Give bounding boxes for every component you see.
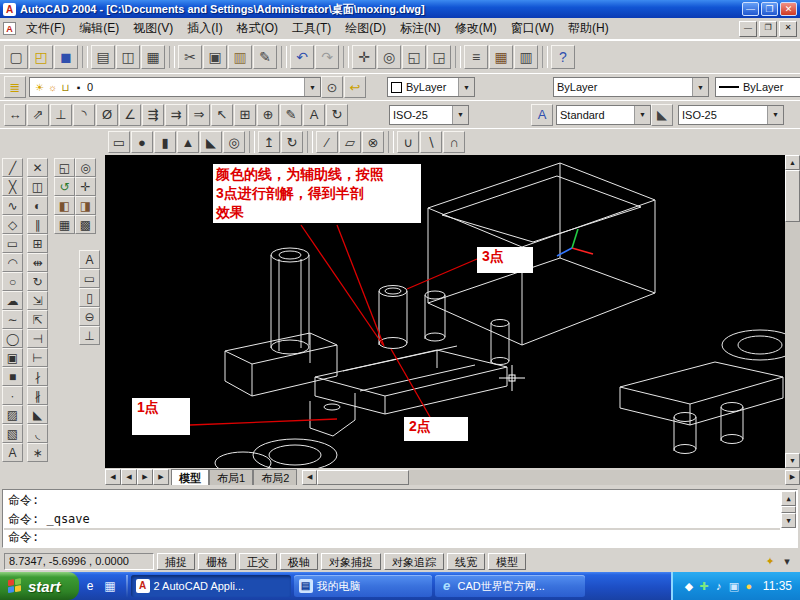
mdi-restore-button[interactable] [759, 21, 777, 37]
erase-icon[interactable]: ✕ [27, 158, 48, 177]
dim-linear-icon[interactable]: ↔ [4, 104, 26, 126]
scroll-left-icon[interactable] [302, 470, 317, 485]
make-block-icon[interactable]: ■ [2, 367, 23, 386]
explode-icon[interactable]: ∗ [27, 443, 48, 462]
taskbar-item-my-computer[interactable]: ▤ 我的电脑 [294, 575, 432, 597]
dropdown-arrow-icon[interactable] [452, 106, 468, 124]
dim-ordinate-icon[interactable]: ⊥ [50, 104, 72, 126]
solid-box-icon[interactable]: ▭ [108, 131, 130, 153]
construction-line-icon[interactable]: ╳ [2, 177, 23, 196]
insert-block-icon[interactable]: ▣ [2, 348, 23, 367]
union-icon[interactable]: ∪ [397, 131, 419, 153]
line-icon[interactable]: ╱ [2, 158, 23, 177]
layer-unlock-icon[interactable]: ⊔ [59, 80, 72, 94]
polygon-icon[interactable]: ◇ [2, 215, 23, 234]
quick-leader-icon[interactable]: ↖ [211, 104, 233, 126]
osnap-toggle[interactable]: 对象捕捉 [321, 553, 381, 570]
dropdown-arrow-icon[interactable] [692, 78, 708, 96]
arc-icon[interactable]: ◠ [2, 253, 23, 272]
dropdown-arrow-icon[interactable] [767, 106, 783, 124]
undo-icon[interactable]: ↶ [290, 45, 314, 69]
tab-last-icon[interactable] [153, 469, 169, 485]
stretch-icon[interactable]: ⇱ [27, 310, 48, 329]
coordinate-readout[interactable]: 8.7347, -5.6996 , 0.0000 [4, 553, 154, 570]
plot-preview-icon[interactable]: ◫ [116, 45, 140, 69]
circle-icon[interactable]: ○ [2, 272, 23, 291]
scale-icon[interactable]: ⇲ [27, 291, 48, 310]
text-tool-icon[interactable]: A [79, 250, 100, 269]
mdi-close-button[interactable] [779, 21, 797, 37]
tab-first-icon[interactable] [105, 469, 121, 485]
text-style-icon[interactable]: A [531, 104, 553, 126]
dim-aligned-icon[interactable]: ⇗ [27, 104, 49, 126]
help-icon[interactable]: ? [551, 45, 575, 69]
scroll-up-icon[interactable] [785, 155, 800, 170]
mtext-icon[interactable]: A [2, 443, 23, 462]
pan-realtime-icon[interactable]: ✛ [352, 45, 376, 69]
menu-help[interactable]: 帮助(H) [561, 17, 616, 40]
array-icon[interactable]: ⊞ [27, 234, 48, 253]
dim-continue-icon[interactable]: ⇒ [188, 104, 210, 126]
minimize-button[interactable] [742, 2, 759, 16]
polyline-icon[interactable]: ∿ [2, 196, 23, 215]
antivirus-tray-icon[interactable]: ✚ [697, 578, 711, 594]
break-at-point-icon[interactable]: ∤ [27, 367, 48, 386]
menu-edit[interactable]: 编辑(E) [72, 17, 126, 40]
solid-cylinder-icon[interactable]: ▮ [154, 131, 176, 153]
dim-style-combo[interactable]: ISO-25 [389, 105, 469, 125]
dashed-box-tool-icon[interactable]: ▯ [79, 288, 100, 307]
solid-cone-icon[interactable]: ▲ [177, 131, 199, 153]
copy-icon[interactable]: ▣ [203, 45, 227, 69]
text-style-combo[interactable]: Standard [556, 105, 651, 125]
menu-format[interactable]: 格式(O) [230, 17, 285, 40]
spline-icon[interactable]: ∼ [2, 310, 23, 329]
close-button[interactable] [780, 2, 797, 16]
menu-view[interactable]: 视图(V) [126, 17, 180, 40]
zoom-previous-icon[interactable]: ◲ [427, 45, 451, 69]
command-text-area[interactable]: 命令: 命令: _qsave 命令: [2, 489, 798, 548]
scroll-down-icon[interactable] [785, 453, 800, 468]
lineweight-combo[interactable]: ByLayer [715, 77, 800, 97]
chamfer-icon[interactable]: ◣ [27, 405, 48, 424]
plot-icon[interactable]: ▤ [91, 45, 115, 69]
layer-previous-icon[interactable]: ↩ [344, 76, 366, 98]
start-button[interactable]: start [0, 572, 79, 600]
messenger-tray-icon[interactable]: ● [742, 578, 756, 594]
dropdown-arrow-icon[interactable] [634, 106, 650, 124]
status-bar-menu-arrow-icon[interactable]: ▾ [779, 553, 795, 569]
zoom-window-icon[interactable]: ◱ [402, 45, 426, 69]
otrack-toggle[interactable]: 对象追踪 [384, 553, 444, 570]
hide-tool-icon[interactable]: ▩ [75, 215, 96, 234]
make-object-layer-current-icon[interactable]: ⊙ [321, 76, 343, 98]
mdi-minimize-button[interactable] [739, 21, 757, 37]
interfere-icon[interactable]: ⊗ [362, 131, 384, 153]
extrude-icon[interactable]: ↥ [258, 131, 280, 153]
wireframe-2d-icon[interactable]: ▦ [54, 215, 75, 234]
scrollbar-thumb[interactable] [317, 470, 409, 485]
point-icon[interactable]: ∙ [2, 386, 23, 405]
scroll-down-icon[interactable] [781, 513, 796, 528]
match-properties-icon[interactable]: ✎ [253, 45, 277, 69]
revision-cloud-icon[interactable]: ☁ [2, 291, 23, 310]
dim-diameter-icon[interactable]: Ø [96, 104, 118, 126]
grid-toggle[interactable]: 栅格 [198, 553, 236, 570]
open-icon[interactable]: ◰ [29, 45, 53, 69]
snap-toggle[interactable]: 捕捉 [157, 553, 195, 570]
dim-style-combo-2[interactable]: ISO-25 [678, 105, 784, 125]
layer-color-swatch-icon[interactable]: ▪ [72, 80, 85, 94]
scrollbar-thumb[interactable] [785, 170, 800, 222]
designcenter-icon[interactable]: ▦ [489, 45, 513, 69]
maximize-button[interactable] [761, 2, 778, 16]
menu-tools[interactable]: 工具(T) [285, 17, 338, 40]
quick-dimension-icon[interactable]: ⇶ [142, 104, 164, 126]
ortho-toggle[interactable]: 正交 [239, 553, 277, 570]
layer-combo[interactable]: ☀☼⊔▪ 0 [29, 77, 321, 97]
properties-icon[interactable]: ≡ [464, 45, 488, 69]
tab-layout2[interactable]: 布局2 [253, 469, 297, 485]
volume-tray-icon[interactable]: ♪ [712, 578, 726, 594]
dim-radius-icon[interactable]: ◝ [73, 104, 95, 126]
layer-thaw-sun-icon[interactable]: ☼ [46, 80, 59, 94]
dim-edit-icon[interactable]: ✎ [280, 104, 302, 126]
extend-icon[interactable]: ⊢ [27, 348, 48, 367]
box-tool-icon[interactable]: ▭ [79, 269, 100, 288]
